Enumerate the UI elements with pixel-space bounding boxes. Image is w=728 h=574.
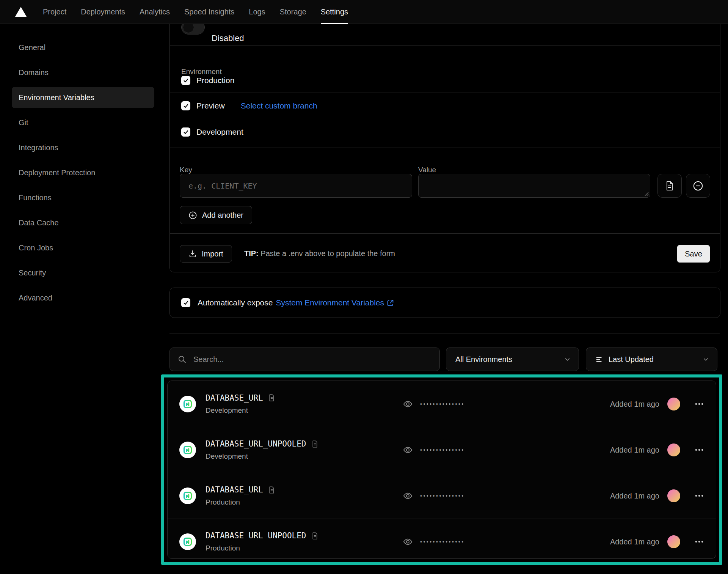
app-window: Disabled Environment Production Preview … (0, 0, 728, 574)
development-checkbox[interactable] (181, 127, 190, 137)
row-menu-button[interactable] (691, 396, 708, 412)
footer-divider (170, 233, 720, 234)
nav-tab-deployments[interactable]: Deployments (74, 0, 132, 24)
reveal-value-eye-icon[interactable] (403, 445, 413, 455)
row-menu-button[interactable] (691, 488, 708, 504)
toggle-label: Disabled (212, 33, 244, 43)
tip-body: Paste a .env above to populate the form (259, 249, 395, 258)
env-var-name: DATABASE_URL_UNPOOLED (206, 531, 319, 540)
check-icon (183, 300, 189, 306)
reveal-value-eye-icon[interactable] (403, 399, 413, 409)
note-icon[interactable] (311, 532, 319, 540)
member-avatar (667, 489, 680, 502)
reveal-value-eye-icon[interactable] (403, 491, 413, 501)
sidebar-item-security[interactable]: Security (12, 262, 154, 283)
masked-value: •••••••••••••• (420, 401, 465, 407)
nav-tab-project[interactable]: Project (36, 0, 74, 24)
add-another-label: Add another (202, 211, 243, 220)
env-var-name: DATABASE_URL_UNPOOLED (206, 439, 319, 448)
note-icon[interactable] (311, 440, 319, 448)
added-timestamp: Added 1m ago (610, 538, 659, 546)
add-another-button[interactable]: Add another (180, 206, 252, 224)
minus-circle-icon (692, 180, 704, 192)
divider (170, 148, 720, 148)
download-icon (188, 250, 197, 258)
sidebar-item-data-cache[interactable]: Data Cache (12, 212, 154, 233)
section-divider (169, 333, 720, 333)
import-label: Import (202, 250, 223, 258)
env-var-environment: Development (206, 406, 248, 415)
environment-section-label: Environment (181, 68, 222, 76)
paste-file-button[interactable] (657, 174, 682, 198)
neon-integration-icon (179, 488, 196, 504)
production-checkbox[interactable] (181, 76, 190, 85)
reveal-value-eye-icon[interactable] (403, 537, 413, 547)
external-link-icon (386, 299, 394, 307)
member-avatar (667, 443, 680, 456)
tip-text: TIP: Paste a .env above to populate the … (244, 249, 395, 258)
env-var-row: DATABASE_URL_UNPOOLED Production •••••••… (168, 519, 716, 559)
development-label: Development (196, 127, 243, 137)
remove-row-button[interactable] (686, 174, 710, 198)
select-custom-branch-link[interactable]: Select custom branch (241, 101, 317, 110)
value-input[interactable] (418, 174, 650, 198)
nav-tab-speed-insights[interactable]: Speed Insights (177, 0, 242, 24)
env-var-row: DATABASE_URL Production •••••••••••••• A… (168, 473, 716, 519)
vercel-logo-icon[interactable] (15, 7, 27, 17)
env-var-name-text: DATABASE_URL_UNPOOLED (206, 531, 306, 540)
nav-tab-settings[interactable]: Settings (314, 0, 355, 24)
env-var-name: DATABASE_URL (206, 485, 276, 494)
preview-checkbox[interactable] (181, 101, 190, 110)
key-input[interactable] (180, 174, 412, 198)
save-button[interactable]: Save (677, 245, 710, 263)
nav-tab-logs[interactable]: Logs (242, 0, 272, 24)
auto-expose-card: Automatically expose System Environment … (169, 288, 720, 318)
top-nav: Project Deployments Analytics Speed Insi… (0, 0, 728, 24)
ellipsis-icon (694, 399, 704, 409)
value-field-label: Value (418, 166, 436, 174)
nav-tab-storage[interactable]: Storage (273, 0, 314, 24)
env-var-name-text: DATABASE_URL_UNPOOLED (206, 439, 306, 448)
chevron-down-icon (564, 356, 571, 363)
note-icon[interactable] (268, 394, 276, 402)
env-var-name-text: DATABASE_URL (206, 485, 263, 494)
added-timestamp: Added 1m ago (610, 492, 659, 500)
env-var-list: DATABASE_URL Development •••••••••••••• … (167, 381, 716, 559)
auto-expose-text: Automatically expose (198, 298, 273, 307)
sort-dropdown[interactable]: Last Updated (586, 348, 717, 371)
nav-tab-analytics[interactable]: Analytics (132, 0, 177, 24)
sidebar-item-domains[interactable]: Domains (12, 62, 154, 83)
chevron-down-icon (702, 356, 709, 363)
search-box (169, 348, 440, 371)
environment-option-development: Development (181, 127, 243, 137)
note-icon[interactable] (268, 486, 276, 494)
import-button[interactable]: Import (180, 245, 232, 263)
sidebar-item-environment-variables[interactable]: Environment Variables (12, 87, 154, 108)
added-timestamp: Added 1m ago (610, 399, 659, 408)
sidebar-item-advanced[interactable]: Advanced (12, 287, 154, 308)
environment-filter-value: All Environments (455, 355, 564, 364)
sidebar-item-cron-jobs[interactable]: Cron Jobs (12, 237, 154, 258)
env-var-environment: Production (206, 498, 240, 506)
row-menu-button[interactable] (691, 533, 708, 550)
ellipsis-icon (694, 445, 704, 455)
system-env-vars-link[interactable]: System Environment Variables (276, 298, 394, 307)
masked-value: •••••••••••••• (420, 493, 465, 499)
sidebar-item-functions[interactable]: Functions (12, 187, 154, 208)
system-env-vars-link-text: System Environment Variables (276, 298, 384, 307)
row-menu-button[interactable] (691, 442, 708, 458)
divider (170, 45, 720, 46)
auto-expose-checkbox[interactable] (181, 298, 190, 307)
highlight-frame: DATABASE_URL Development •••••••••••••• … (161, 374, 722, 565)
search-input[interactable] (193, 355, 432, 364)
sidebar-item-deployment-protection[interactable]: Deployment Protection (12, 162, 154, 183)
search-icon (177, 355, 187, 364)
ellipsis-icon (694, 537, 704, 547)
sidebar-item-general[interactable]: General (12, 37, 154, 58)
neon-integration-icon (179, 396, 196, 412)
sidebar-item-integrations[interactable]: Integrations (12, 137, 154, 158)
sidebar-item-git[interactable]: Git (12, 112, 154, 133)
neon-integration-icon (179, 533, 196, 550)
environment-option-production: Production (181, 76, 234, 85)
environment-filter-dropdown[interactable]: All Environments (446, 348, 579, 371)
